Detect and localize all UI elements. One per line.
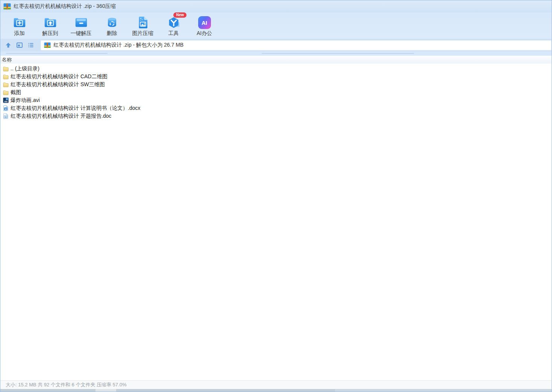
file-row[interactable]: 截图 [0, 88, 552, 96]
list-view-icon[interactable] [27, 42, 34, 49]
status-bar: 大小: 15.2 MB 共 92 个文件和 6 个文件夹 压缩率 57.0% [0, 380, 552, 389]
file-row[interactable]: 红枣去核切片机机械结构设计 开题报告.doc [0, 112, 552, 120]
bottom-edge-segment [335, 389, 552, 392]
file-row[interactable]: .. (上级目录) [0, 65, 552, 73]
ai-office-icon: AI [198, 16, 211, 29]
path-text: 红枣去核切片机机械结构设计 .zip - 解包大小为 26.7 MB [53, 42, 183, 49]
delete-label: 删除 [107, 30, 117, 37]
extract-to-icon [43, 15, 58, 30]
image-compress-button[interactable]: 图片压缩 [129, 14, 157, 37]
toolbar: 添加 解压到 一键解压 [0, 12, 552, 39]
zip-archive-icon [3, 3, 11, 10]
bottom-edge-segment [96, 389, 116, 392]
image-compress-icon [136, 15, 150, 30]
file-row[interactable]: 爆炸动画.avi [0, 96, 552, 104]
file-row[interactable]: 红枣去核切片机机械结构设计 CAD二维图 [0, 73, 552, 81]
toolbar-separator [0, 52, 552, 56]
doc-icon [3, 113, 9, 119]
file-name: 红枣去核切片机机械结构设计 CAD二维图 [11, 73, 107, 80]
column-header-name[interactable]: 名称 [0, 56, 552, 64]
file-name: 爆炸动画.avi [11, 97, 40, 104]
address-bar: 红枣去核切片机机械结构设计 .zip - 解包大小为 26.7 MB [0, 39, 552, 52]
file-name: .. (上级目录) [11, 65, 39, 72]
file-row[interactable]: 红枣去核切片机机械结构设计 计算说明书（论文）.docx [0, 104, 552, 112]
docx-icon [3, 105, 9, 111]
delete-button[interactable]: 删除 [98, 14, 126, 37]
add-folder-icon [12, 15, 27, 30]
add-button[interactable]: 添加 [5, 14, 33, 37]
folder-icon [3, 74, 9, 79]
avi-icon [3, 97, 9, 103]
add-label: 添加 [14, 30, 25, 37]
folder-icon [3, 66, 9, 71]
image-compress-label: 图片压缩 [132, 30, 153, 37]
file-name: 红枣去核切片机机械结构设计 SW三维图 [11, 81, 105, 88]
tools-button[interactable]: New 工具 [159, 14, 188, 37]
one-click-extract-icon [74, 15, 88, 30]
ai-office-button[interactable]: AI AI办公 [190, 14, 218, 37]
file-name: 红枣去核切片机机械结构设计 计算说明书（论文）.docx [11, 105, 140, 112]
path-input[interactable]: 红枣去核切片机机械结构设计 .zip - 解包大小为 26.7 MB [41, 40, 552, 50]
icon-view-icon[interactable] [16, 42, 23, 49]
zip-archive-icon [44, 42, 51, 48]
status-text: 大小: 15.2 MB 共 92 个文件和 6 个文件夹 压缩率 57.0% [6, 381, 126, 388]
file-list: .. (上级目录) 红枣去核切片机机械结构设计 CAD二维图 红枣去核切片机机械… [0, 64, 552, 380]
folder-icon [3, 82, 9, 87]
app-window: 红枣去核切片机机械结构设计 .zip - 360压缩 添加 解压到 [0, 0, 552, 392]
new-badge: New [173, 12, 187, 18]
file-name: 截图 [11, 89, 21, 96]
one-click-extract-label: 一键解压 [71, 30, 92, 37]
delete-trash-icon [105, 15, 119, 30]
file-name: 红枣去核切片机机械结构设计 开题报告.doc [11, 113, 111, 120]
folder-icon [3, 90, 9, 95]
up-icon[interactable] [5, 42, 12, 49]
title-bar[interactable]: 红枣去核切片机机械结构设计 .zip - 360压缩 [0, 0, 552, 12]
extract-to-label: 解压到 [42, 30, 58, 37]
one-click-extract-button[interactable]: 一键解压 [67, 14, 95, 37]
ai-office-label: AI办公 [197, 30, 212, 37]
tools-label: 工具 [168, 30, 179, 37]
window-title: 红枣去核切片机机械结构设计 .zip - 360压缩 [14, 3, 115, 10]
bottom-edge [0, 389, 552, 392]
extract-to-button[interactable]: 解压到 [36, 14, 64, 37]
file-row[interactable]: 红枣去核切片机机械结构设计 SW三维图 [0, 81, 552, 88]
